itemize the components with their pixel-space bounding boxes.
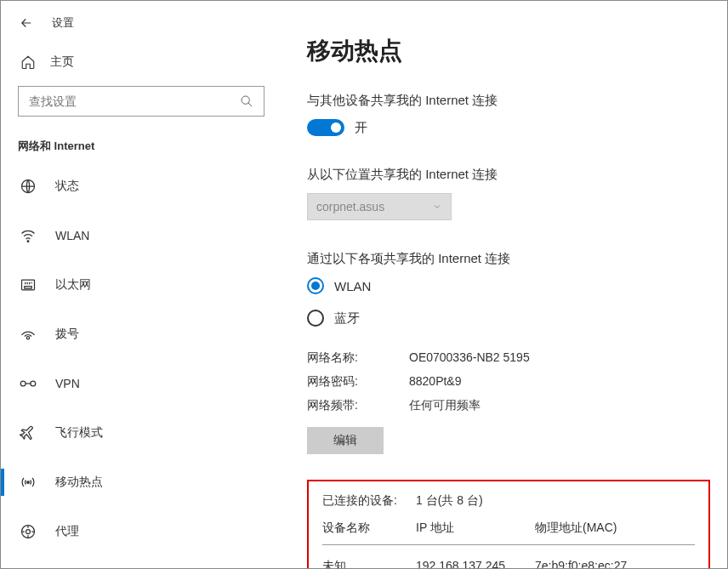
- svg-point-10: [26, 530, 31, 534]
- search-input[interactable]: [29, 94, 240, 108]
- status-icon: [20, 178, 37, 195]
- home-icon: [20, 54, 37, 71]
- page-title: 移动热点: [307, 35, 710, 67]
- connected-devices-box: 已连接的设备: 1 台(共 8 台) 设备名称 IP 地址 物理地址(MAC) …: [307, 480, 710, 568]
- radio-circle: [307, 310, 324, 327]
- network-band-row: 网络频带: 任何可用频率: [307, 398, 710, 413]
- table-header: 设备名称 IP 地址 物理地址(MAC): [322, 521, 695, 545]
- proxy-icon: [20, 523, 37, 540]
- svg-point-5: [26, 337, 29, 339]
- network-password-row: 网络密码: 8820Pt&9: [307, 374, 710, 390]
- hotspot-icon: [20, 474, 37, 491]
- airplane-icon: [20, 424, 37, 441]
- share-via-radio-group: WLAN 蓝牙: [307, 277, 710, 327]
- table-row: 未知 192.168.137.245 7e:b9:f0:e8:ec:27: [322, 549, 695, 568]
- sidebar-item-vpn[interactable]: VPN: [1, 365, 282, 402]
- col-name-header: 设备名称: [322, 521, 416, 536]
- search-box[interactable]: [18, 86, 264, 117]
- sidebar-item-label: 移动热点: [55, 475, 103, 490]
- share-toggle[interactable]: [307, 119, 344, 136]
- sidebar-item-ethernet[interactable]: 以太网: [1, 266, 282, 304]
- section-title: 网络和 Internet: [1, 134, 282, 168]
- radio-label: 蓝牙: [334, 310, 360, 327]
- info-value: 8820Pt&9: [409, 374, 710, 390]
- radio-label: WLAN: [334, 279, 371, 293]
- svg-point-6: [20, 381, 26, 386]
- sidebar-item-status[interactable]: 状态: [1, 168, 282, 205]
- vpn-icon: [20, 375, 37, 392]
- back-button[interactable]: [18, 14, 35, 31]
- svg-rect-4: [25, 287, 31, 289]
- svg-point-8: [27, 481, 30, 484]
- chevron-down-icon: [432, 202, 442, 212]
- sidebar-item-label: WLAN: [55, 229, 89, 242]
- toggle-state-label: 开: [355, 120, 367, 136]
- radio-bluetooth[interactable]: 蓝牙: [307, 310, 710, 327]
- device-mac: 7e:b9:f0:e8:ec:27: [535, 559, 695, 568]
- radio-wlan[interactable]: WLAN: [307, 277, 710, 294]
- wifi-icon: [20, 227, 37, 244]
- share-label: 与其他设备共享我的 Internet 连接: [307, 93, 710, 109]
- sidebar-item-wlan[interactable]: WLAN: [1, 217, 282, 254]
- dropdown-value: corpnet.asus: [316, 200, 384, 213]
- sidebar-item-label: 代理: [55, 524, 79, 539]
- share-via-label: 通过以下各项共享我的 Internet 连接: [307, 251, 710, 267]
- dialup-icon: [20, 326, 37, 343]
- share-from-label: 从以下位置共享我的 Internet 连接: [307, 167, 710, 183]
- sidebar-item-label: 拨号: [55, 327, 79, 342]
- info-value: 任何可用频率: [409, 398, 710, 413]
- svg-point-7: [31, 381, 36, 386]
- search-icon: [240, 94, 253, 108]
- sidebar-item-proxy[interactable]: 代理: [1, 513, 282, 550]
- device-ip: 192.168.137.245: [416, 559, 535, 568]
- edit-button[interactable]: 编辑: [307, 427, 384, 454]
- sidebar-item-label: VPN: [55, 377, 80, 390]
- connected-value: 1 台(共 8 台): [416, 493, 483, 509]
- info-label: 网络密码:: [307, 374, 409, 390]
- info-label: 网络频带:: [307, 398, 409, 413]
- info-label: 网络名称:: [307, 350, 409, 366]
- sidebar-item-label: 飞行模式: [55, 425, 103, 441]
- header-bar: 设置: [1, 8, 282, 45]
- sidebar-item-label: 状态: [55, 179, 79, 194]
- radio-circle: [307, 277, 324, 294]
- col-ip-header: IP 地址: [416, 521, 535, 536]
- toggle-knob: [331, 122, 341, 133]
- sidebar-item-airplane[interactable]: 飞行模式: [1, 414, 282, 452]
- device-name: 未知: [322, 559, 416, 568]
- connected-label: 已连接的设备:: [322, 493, 416, 509]
- sidebar-item-dialup[interactable]: 拨号: [1, 316, 282, 353]
- arrow-left-icon: [19, 15, 34, 31]
- connected-count-row: 已连接的设备: 1 台(共 8 台): [322, 493, 695, 509]
- share-from-dropdown[interactable]: corpnet.asus: [307, 193, 452, 220]
- svg-point-0: [242, 96, 249, 104]
- svg-point-2: [27, 241, 29, 242]
- sidebar-item-hotspot[interactable]: 移动热点: [1, 464, 282, 501]
- sidebar: 设置 主页 网络和 Internet 状态 WLAN: [1, 1, 282, 568]
- home-label: 主页: [50, 54, 74, 70]
- sidebar-item-label: 以太网: [55, 277, 91, 293]
- main-content: 移动热点 与其他设备共享我的 Internet 连接 开 从以下位置共享我的 I…: [282, 1, 727, 568]
- home-link[interactable]: 主页: [1, 45, 282, 83]
- info-value: OE0700336-NB2 5195: [409, 350, 710, 366]
- network-name-row: 网络名称: OE0700336-NB2 5195: [307, 350, 710, 366]
- ethernet-icon: [20, 276, 37, 293]
- col-mac-header: 物理地址(MAC): [535, 521, 695, 536]
- settings-label: 设置: [52, 15, 74, 31]
